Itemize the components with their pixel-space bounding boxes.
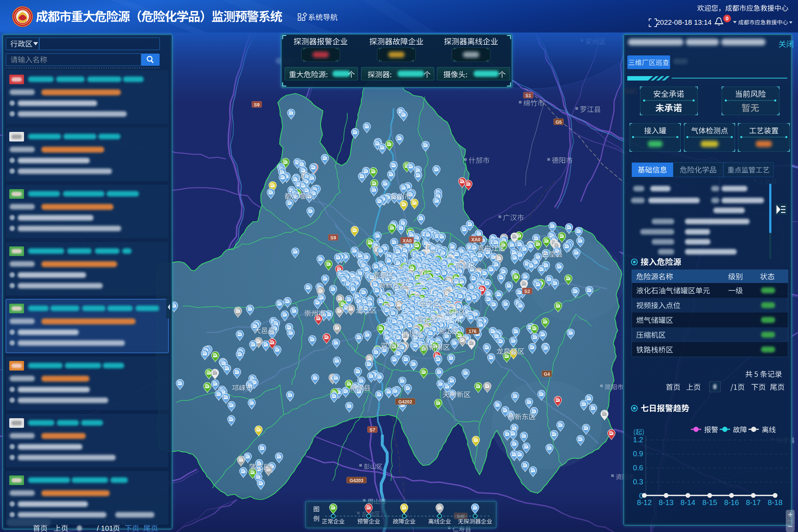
- svg-text:0.3: 0.3: [633, 478, 643, 486]
- svg-text:8-14: 8-14: [681, 498, 695, 507]
- svg-text:G4202: G4202: [398, 399, 412, 405]
- svg-text:G4: G4: [544, 372, 550, 377]
- svg-text:0: 0: [726, 16, 729, 21]
- svg-text:8-16: 8-16: [724, 498, 739, 507]
- svg-text:8-18: 8-18: [768, 498, 782, 507]
- svg-text:0.9: 0.9: [633, 450, 643, 458]
- svg-text:1.2: 1.2: [633, 436, 643, 444]
- svg-text:/ 101: / 101: [97, 524, 113, 532]
- svg-text:8-17: 8-17: [746, 498, 761, 507]
- svg-text:S7: S7: [369, 427, 375, 433]
- svg-text:8-12: 8-12: [637, 498, 652, 507]
- svg-text:S9: S9: [330, 235, 336, 241]
- svg-text:176: 176: [469, 329, 477, 334]
- svg-text:XA0: XA0: [471, 237, 480, 242]
- svg-text:0.6: 0.6: [633, 464, 643, 472]
- svg-text:S2: S2: [524, 289, 530, 294]
- svg-text:G5: G5: [556, 120, 562, 125]
- svg-text:XA0: XA0: [403, 238, 412, 243]
- svg-text:S9: S9: [254, 102, 259, 108]
- svg-text:G4203: G4203: [349, 478, 364, 483]
- svg-text:8-15: 8-15: [702, 498, 717, 507]
- svg-text:2022-08-18 13:14: 2022-08-18 13:14: [656, 18, 712, 26]
- svg-text:8-13: 8-13: [659, 498, 673, 507]
